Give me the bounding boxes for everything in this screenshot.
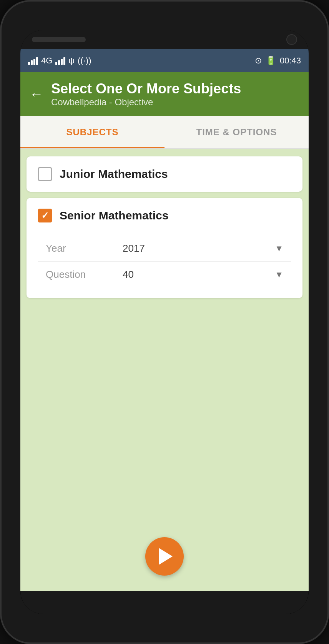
year-value: 2017 [123, 242, 145, 254]
status-right: ⊙ 🔋 00:43 [255, 56, 301, 66]
question-label: Question [46, 269, 123, 281]
question-select[interactable]: 40 ▼ [123, 269, 283, 281]
tabs-bar: SUBJECTS TIME & OPTIONS [20, 116, 309, 149]
junior-maths-label: Junior Mathematics [60, 168, 168, 181]
senior-maths-checkbox[interactable] [38, 209, 52, 222]
question-value: 40 [123, 269, 134, 281]
signal-bars-2 [55, 56, 65, 65]
question-dropdown-arrow[interactable]: ▼ [275, 270, 283, 280]
header-title: Select One Or More Subjects [51, 81, 241, 97]
play-button-container [145, 537, 184, 576]
senior-maths-header: Senior Mathematics [38, 209, 291, 222]
phone-hardware-top [20, 30, 309, 49]
phone-inner: 4G ψ ((·)) ⊙ 🔋 00:43 ← Select One Or Mo [20, 30, 309, 614]
year-option-row: Year 2017 ▼ [38, 236, 291, 262]
content-area: Junior Mathematics Senior Mathematics Ye… [20, 149, 309, 591]
network-badge: 4G [41, 56, 52, 66]
tab-time-options[interactable]: TIME & OPTIONS [164, 116, 309, 148]
junior-maths-header: Junior Mathematics [38, 167, 291, 181]
location-icon: ⊙ [255, 56, 262, 66]
signal-bar-3 [33, 59, 35, 65]
phone-camera [286, 34, 297, 45]
battery-icon: 🔋 [266, 56, 276, 66]
signal-bar-4 [36, 57, 38, 65]
year-label: Year [46, 242, 123, 254]
signal-bars [28, 56, 38, 65]
phone-speaker [32, 37, 86, 42]
senior-maths-label: Senior Mathematics [60, 209, 168, 222]
signal-bar-2 [31, 60, 33, 65]
play-icon [159, 548, 173, 565]
signal-bar2-2 [58, 60, 60, 65]
usb-icon: ψ [68, 56, 75, 66]
app-header: ← Select One Or More Subjects Cowbellped… [20, 72, 309, 116]
phone-hardware-bottom [20, 591, 309, 614]
back-button[interactable]: ← [30, 86, 43, 102]
senior-maths-options: Year 2017 ▼ Question 40 ▼ [38, 232, 291, 287]
signal-bar-1 [28, 62, 30, 65]
header-text: Select One Or More Subjects Cowbellpedia… [51, 81, 241, 108]
status-left: 4G ψ ((·)) [28, 56, 91, 66]
junior-maths-checkbox[interactable] [38, 167, 52, 181]
signal-bar2-4 [63, 57, 65, 65]
status-bar: 4G ψ ((·)) ⊙ 🔋 00:43 [20, 49, 309, 72]
header-subtitle: Cowbellpedia - Objective [51, 97, 241, 108]
question-option-row: Question 40 ▼ [38, 262, 291, 287]
signal-bar2-1 [55, 62, 57, 65]
year-dropdown-arrow[interactable]: ▼ [275, 244, 283, 254]
year-select[interactable]: 2017 ▼ [123, 242, 283, 254]
tab-subjects[interactable]: SUBJECTS [20, 116, 164, 148]
senior-maths-card[interactable]: Senior Mathematics Year 2017 ▼ Question [27, 198, 302, 298]
wifi-calling-icon: ((·)) [78, 56, 91, 66]
junior-maths-card[interactable]: Junior Mathematics [27, 156, 302, 192]
phone-outer: 4G ψ ((·)) ⊙ 🔋 00:43 ← Select One Or Mo [0, 0, 329, 644]
clock: 00:43 [280, 56, 301, 66]
signal-bar2-3 [61, 59, 63, 65]
play-button[interactable] [145, 537, 184, 576]
